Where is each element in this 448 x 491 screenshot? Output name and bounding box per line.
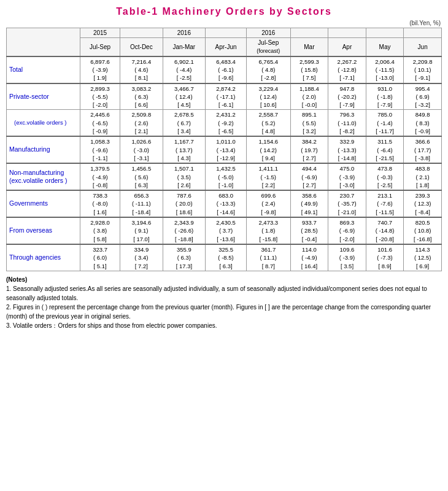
data-cell: 738.3 ( -8.0) [ 1.6]: [80, 190, 120, 217]
data-cell: 1,058.3 ( -9.6) [ -1.1]: [80, 136, 120, 163]
header-empty: [7, 28, 80, 56]
note-item: 1. Seasonally adjusted series.As all ser…: [6, 284, 442, 303]
data-cell: 332.9 ( -13.3) [ -14.8]: [328, 136, 366, 163]
header-oct-dec-2: Oct-Dec: [120, 38, 163, 56]
header-jun: Jun: [404, 38, 442, 56]
data-cell: 358.6 ( 49.9) [ 49.1]: [290, 190, 328, 217]
header-2016-2: [290, 28, 328, 38]
data-cell: 3,229.4 ( 12.4) [ 10.6]: [246, 83, 290, 110]
data-cell: 895.1 ( 5.5) [ 3.2]: [290, 110, 328, 136]
data-cell: 3,083.2 ( 6.3) [ 6.6]: [120, 83, 163, 110]
row-label: Through agencies: [7, 244, 80, 271]
header-may: May: [366, 38, 404, 56]
data-cell: 101.6 ( -7.3) [ 8.9]: [366, 244, 404, 271]
data-cell: 947.8 ( -20.2) [ -7.9]: [328, 83, 366, 110]
data-cell: 785.0 ( -1.4) [ -11.7]: [366, 110, 404, 136]
data-cell: 6,902.1 ( -4.4) [ -2.5]: [163, 56, 206, 83]
data-cell: 311.5 ( -6.4) [ -21.5]: [366, 136, 404, 163]
row-label: Non-manufacturing(exc.volatile orders ): [7, 163, 80, 190]
header-jul-sep-h: 2016: [246, 28, 290, 38]
main-table: 2015 2016 2016 Jul-Sep Oct-Dec Jan-Mar A…: [6, 28, 442, 271]
row-label: Manufacturing: [7, 136, 80, 163]
table-row: Through agencies323.7 ( 6.0) [ 5.1]334.9…: [7, 244, 442, 271]
unit-note: (bil.Yen, %): [6, 20, 442, 26]
data-cell: 683.0 ( -13.3) [ -14.6]: [206, 190, 247, 217]
data-cell: 1,154.6 ( 14.2) [ 9.4]: [246, 136, 290, 163]
data-cell: 1,411.1 ( -1.5) [ 2.2]: [246, 163, 290, 190]
data-cell: 933.7 ( 28.5) [ -0.4]: [290, 217, 328, 244]
data-cell: 2,445.6 ( -6.5) [ -0.9]: [80, 110, 120, 136]
header-jan-mar: Jan-Mar: [163, 38, 206, 56]
notes-section: (Notes)1. Seasonally adjusted series.As …: [6, 275, 442, 330]
data-cell: 334.9 ( 3.4) [ 7.2]: [120, 244, 163, 271]
page-title: Table-1 Machinery Orders by Sectors: [6, 6, 442, 17]
data-cell: 6,483.4 ( -6.1) [ -9.6]: [206, 56, 247, 83]
data-cell: 239.3 ( 12.3) [ -8.4]: [404, 190, 442, 217]
data-cell: 1,379.5 ( -4.9) [ -0.8]: [80, 163, 120, 190]
data-cell: 6,765.4 ( 4.8) [ -2.8]: [246, 56, 290, 83]
data-cell: 1,507.1 ( 3.5) [ 2.6]: [163, 163, 206, 190]
data-cell: 2,430.5 ( 3.7) [ -13.6]: [206, 217, 247, 244]
data-cell: 820.5 ( 10.8) [ -16.8]: [404, 217, 442, 244]
row-label: (exc.volatile orders ): [7, 110, 80, 136]
data-cell: 3,194.6 ( 9.1) [ 17.0]: [120, 217, 163, 244]
header-apr: Apr: [328, 38, 366, 56]
note-item: 3. Volatile orders：Orders for ships and …: [6, 321, 442, 330]
note-item: 2. Figures in ( ) represent the percenta…: [6, 303, 442, 321]
table-row: (exc.volatile orders )2,445.6 ( -6.5) [ …: [7, 110, 442, 136]
data-cell: 494.4 ( -6.9) [ 2.7]: [290, 163, 328, 190]
data-cell: 869.3 ( -6.9) [ -2.0]: [328, 217, 366, 244]
data-cell: 1,456.5 ( 5.6) [ 6.3]: [120, 163, 163, 190]
data-cell: 1,432.5 ( -5.0) [ -1.0]: [206, 163, 247, 190]
data-cell: 475.0 ( -3.9) [ -3.0]: [328, 163, 366, 190]
data-cell: 213.1 ( -7.6) [ -11.5]: [366, 190, 404, 217]
data-cell: 384.2 ( 19.7) [ 2.7]: [290, 136, 328, 163]
header-mar: Mar: [290, 38, 328, 56]
data-cell: 109.6 ( -3.9) [ 3.5]: [328, 244, 366, 271]
data-cell: 3,466.7 ( 12.4) [ 4.5]: [163, 83, 206, 110]
data-cell: 2,509.8 ( 2.6) [ 2.1]: [120, 110, 163, 136]
data-cell: 6,897.6 ( -3.9) [ 1.9]: [80, 56, 120, 83]
table-row: Non-manufacturing(exc.volatile orders )1…: [7, 163, 442, 190]
data-cell: 2,267.2 ( -12.8) [ -7.1]: [328, 56, 366, 83]
data-cell: 995.4 ( 6.9) [ -3.2]: [404, 83, 442, 110]
data-cell: 361.7 ( 11.1) [ 8.7]: [246, 244, 290, 271]
data-cell: 849.8 ( 8.3) [ -0.9]: [404, 110, 442, 136]
header-may-h: [366, 28, 404, 38]
note-item: (Notes): [6, 275, 442, 284]
header-jul-sep-fc: Jul-Sep(forecast): [246, 38, 290, 56]
data-cell: 2,558.7 ( 5.2) [ 4.8]: [246, 110, 290, 136]
table-row: Governments738.3 ( -8.0) [ 1.6]656.3 ( -…: [7, 190, 442, 217]
data-cell: 7,216.4 ( 4.6) [ 8.1]: [120, 56, 163, 83]
data-cell: 483.8 ( 2.1) [ 1.8]: [404, 163, 442, 190]
header-jun-h: [404, 28, 442, 38]
header-oct-dec: [120, 28, 163, 38]
table-row: Manufacturing1,058.3 ( -9.6) [ -1.1]1,02…: [7, 136, 442, 163]
row-label: From overseas: [7, 217, 80, 244]
header-jul-sep: Jul-Sep: [80, 38, 120, 56]
table-row: Private-sector2,899.3 ( -5.5) [ -2.0]3,0…: [7, 83, 442, 110]
data-cell: 2,343.9 ( -26.6) [ -18.8]: [163, 217, 206, 244]
data-cell: 1,188.4 ( 2.0) [ -0.0]: [290, 83, 328, 110]
data-cell: 323.7 ( 6.0) [ 5.1]: [80, 244, 120, 271]
data-cell: 325.5 ( -8.5) [ 6.3]: [206, 244, 247, 271]
header-row-1: 2015 2016 2016: [7, 28, 442, 38]
data-cell: 114.3 ( 12.5) [ 6.9]: [404, 244, 442, 271]
data-cell: 656.3 ( -11.1) [ -18.4]: [120, 190, 163, 217]
data-cell: 366.6 ( 17.7) [ -3.8]: [404, 136, 442, 163]
data-cell: 2,473.3 ( 1.8) [ -15.8]: [246, 217, 290, 244]
data-cell: 796.3 ( -11.0) [ -8.2]: [328, 110, 366, 136]
data-cell: 2,599.3 ( 15.8) [ 7.5]: [290, 56, 328, 83]
data-cell: 1,011.0 ( -13.4) [ -12.9]: [206, 136, 247, 163]
header-2015: 2015: [80, 28, 120, 38]
data-cell: 2,209.8 ( 10.1) [ -9.1]: [404, 56, 442, 83]
data-cell: 699.6 ( 2.4) [ -9.8]: [246, 190, 290, 217]
data-cell: 2,928.0 ( 3.8) [ 5.8]: [80, 217, 120, 244]
data-cell: 355.9 ( 6.3) [ 17.3]: [163, 244, 206, 271]
header-apr-jun: Apr-Jun: [206, 38, 247, 56]
data-cell: 230.7 ( -35.7) [ -21.0]: [328, 190, 366, 217]
header-2016: 2016: [163, 28, 206, 38]
row-label: Private-sector: [7, 83, 80, 110]
data-cell: 2,431.2 ( -9.2) [ -6.5]: [206, 110, 247, 136]
data-cell: 787.6 ( 20.0) [ 18.6]: [163, 190, 206, 217]
